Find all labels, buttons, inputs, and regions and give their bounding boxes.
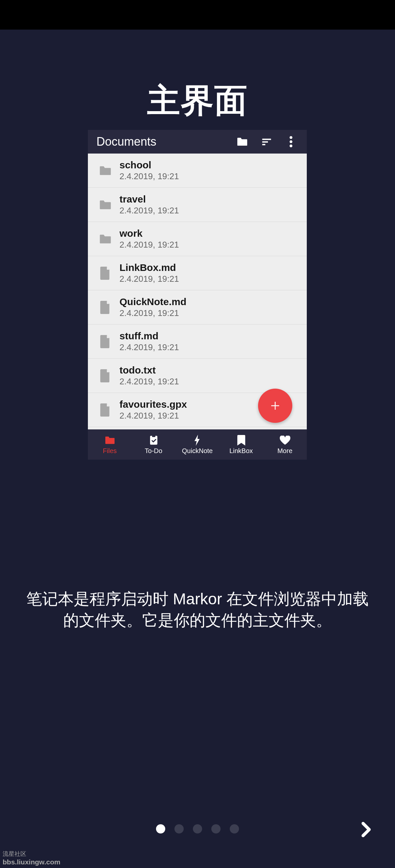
page-dot[interactable] — [156, 824, 165, 834]
folder-icon — [104, 435, 116, 446]
bolt-icon — [194, 435, 201, 446]
watermark-line2: bbs.liuxingw.com — [3, 858, 60, 866]
file-list[interactable]: school2.4.2019, 19:21travel2.4.2019, 19:… — [88, 154, 307, 429]
file-date: 2.4.2019, 19:21 — [119, 206, 179, 216]
file-row[interactable]: work2.4.2019, 19:21 — [88, 222, 307, 256]
file-name: todo.txt — [119, 365, 179, 376]
page-dot[interactable] — [230, 824, 239, 834]
file-row[interactable]: LinkBox.md2.4.2019, 19:21 — [88, 256, 307, 290]
nav-to-do[interactable]: To-Do — [132, 429, 175, 460]
file-name: work — [119, 228, 179, 239]
file-date: 2.4.2019, 19:21 — [119, 274, 179, 284]
file-row[interactable]: travel2.4.2019, 19:21 — [88, 188, 307, 222]
file-meta: work2.4.2019, 19:21 — [117, 228, 179, 250]
page-title: 主界面 — [0, 79, 395, 123]
file-row[interactable]: stuff.md2.4.2019, 19:21 — [88, 324, 307, 359]
folder-icon[interactable] — [233, 132, 252, 151]
svg-rect-4 — [152, 435, 156, 437]
sort-icon[interactable] — [257, 132, 276, 151]
clipboard-icon — [149, 435, 158, 446]
svg-point-1 — [290, 141, 293, 143]
nav-quicknote[interactable]: QuickNote — [175, 429, 219, 460]
file-meta: school2.4.2019, 19:21 — [117, 159, 179, 182]
file-date: 2.4.2019, 19:21 — [119, 171, 179, 182]
file-meta: stuff.md2.4.2019, 19:21 — [117, 331, 179, 352]
bottom-nav: FilesTo-DoQuickNoteLinkBoxMore — [88, 429, 307, 460]
folder-icon — [94, 165, 117, 176]
file-name: favourites.gpx — [119, 399, 187, 410]
file-meta: travel2.4.2019, 19:21 — [117, 194, 179, 216]
file-icon — [94, 301, 117, 314]
app-topbar: Documents — [88, 130, 307, 154]
nav-label: LinkBox — [229, 447, 253, 455]
file-row[interactable]: gnass kdhx — [88, 427, 307, 429]
file-row[interactable]: school2.4.2019, 19:21 — [88, 154, 307, 188]
file-icon — [94, 335, 117, 348]
file-name: stuff.md — [119, 331, 179, 342]
file-date: 2.4.2019, 19:21 — [119, 308, 186, 318]
nav-files[interactable]: Files — [88, 429, 132, 460]
nav-label: Files — [103, 447, 116, 455]
file-name: QuickNote.md — [119, 296, 186, 307]
nav-label: More — [278, 447, 293, 455]
onboarding-screen: 主界面 Documents school2.4.2019, 19:21trave… — [0, 30, 395, 868]
add-button[interactable] — [258, 389, 292, 423]
nav-label: To-Do — [145, 447, 162, 455]
page-dot[interactable] — [174, 824, 184, 834]
watermark-line1: 流星社区 — [3, 850, 60, 858]
file-meta: todo.txt2.4.2019, 19:21 — [117, 365, 179, 386]
file-row[interactable]: todo.txt2.4.2019, 19:21 — [88, 359, 307, 393]
svg-point-2 — [290, 145, 293, 148]
file-meta: QuickNote.md2.4.2019, 19:21 — [117, 296, 186, 318]
file-date: 2.4.2019, 19:21 — [119, 342, 179, 352]
page-dot[interactable] — [193, 824, 202, 834]
page-indicator — [0, 824, 395, 834]
file-meta: LinkBox.md2.4.2019, 19:21 — [117, 262, 179, 284]
file-date: 2.4.2019, 19:21 — [119, 411, 187, 421]
bookmark-icon — [237, 435, 245, 446]
page-dot[interactable] — [211, 824, 221, 834]
svg-rect-3 — [150, 436, 157, 444]
app-mockup: Documents school2.4.2019, 19:21travel2.4… — [88, 130, 307, 367]
next-button[interactable] — [356, 820, 374, 840]
heart-icon — [280, 435, 290, 446]
nav-linkbox[interactable]: LinkBox — [219, 429, 263, 460]
file-meta: favourites.gpx2.4.2019, 19:21 — [117, 399, 187, 421]
file-name: school — [119, 159, 179, 170]
file-date: 2.4.2019, 19:21 — [119, 240, 179, 250]
nav-more[interactable]: More — [263, 429, 307, 460]
file-date: 2.4.2019, 19:21 — [119, 376, 179, 386]
folder-icon — [94, 234, 117, 245]
file-icon — [94, 403, 117, 416]
file-name: travel — [119, 194, 179, 205]
svg-point-0 — [290, 136, 293, 139]
file-icon — [94, 267, 117, 280]
topbar-title: Documents — [96, 135, 227, 149]
nav-label: QuickNote — [182, 447, 213, 455]
file-icon — [94, 369, 117, 382]
overflow-menu-icon[interactable] — [282, 132, 300, 151]
watermark: 流星社区 bbs.liuxingw.com — [3, 850, 60, 866]
file-name: LinkBox.md — [119, 262, 179, 273]
file-row[interactable]: QuickNote.md2.4.2019, 19:21 — [88, 290, 307, 324]
folder-icon — [94, 199, 117, 210]
page-description: 笔记本是程序启动时 Markor 在文件浏览器中加载的文件夹。它是你的文件的主文… — [0, 589, 395, 631]
